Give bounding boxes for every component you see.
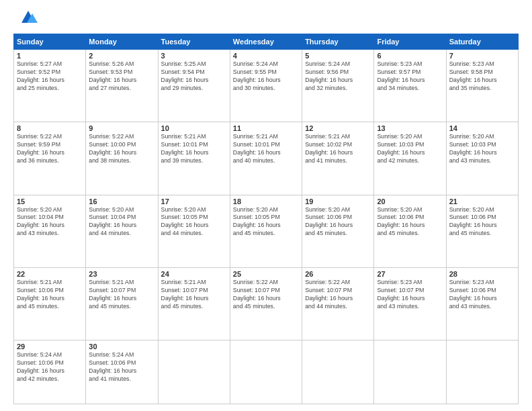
day-info: Sunrise: 5:22 AM Sunset: 10:07 PM Daylig…	[305, 279, 371, 311]
day-number: 30	[89, 342, 154, 351]
day-info: Sunrise: 5:20 AM Sunset: 10:06 PM Daylig…	[305, 206, 371, 238]
day-cell	[446, 340, 518, 404]
day-cell: 30Sunrise: 5:24 AM Sunset: 10:06 PM Dayl…	[86, 340, 158, 404]
page: SundayMondayTuesdayWednesdayThursdayFrid…	[0, 0, 532, 411]
day-cell: 16Sunrise: 5:20 AM Sunset: 10:04 PM Dayl…	[86, 195, 158, 267]
day-cell: 23Sunrise: 5:21 AM Sunset: 10:07 PM Dayl…	[86, 267, 158, 340]
day-cell: 12Sunrise: 5:21 AM Sunset: 10:02 PM Dayl…	[302, 122, 374, 195]
day-info: Sunrise: 5:21 AM Sunset: 10:02 PM Daylig…	[305, 133, 371, 165]
day-info: Sunrise: 5:23 AM Sunset: 9:58 PM Dayligh…	[449, 60, 515, 93]
day-number: 23	[89, 270, 154, 278]
weekday-monday: Monday	[86, 34, 158, 50]
day-number: 28	[449, 270, 515, 278]
day-number: 10	[161, 124, 227, 132]
day-info: Sunrise: 5:22 AM Sunset: 9:59 PM Dayligh…	[17, 133, 83, 165]
day-info: Sunrise: 5:22 AM Sunset: 10:00 PM Daylig…	[89, 133, 154, 165]
day-info: Sunrise: 5:22 AM Sunset: 10:07 PM Daylig…	[233, 279, 299, 311]
calendar: SundayMondayTuesdayWednesdayThursdayFrid…	[13, 34, 519, 404]
week-row-5: 29Sunrise: 5:24 AM Sunset: 10:06 PM Dayl…	[14, 340, 519, 404]
weekday-saturday: Saturday	[446, 34, 518, 50]
day-cell: 19Sunrise: 5:20 AM Sunset: 10:06 PM Dayl…	[302, 195, 374, 267]
day-cell: 4Sunrise: 5:24 AM Sunset: 9:55 PM Daylig…	[230, 50, 302, 122]
day-number: 29	[17, 342, 83, 351]
day-info: Sunrise: 5:20 AM Sunset: 10:04 PM Daylig…	[89, 206, 154, 238]
week-row-1: 1Sunrise: 5:27 AM Sunset: 9:52 PM Daylig…	[14, 50, 519, 122]
day-cell: 6Sunrise: 5:23 AM Sunset: 9:57 PM Daylig…	[374, 50, 446, 122]
day-cell: 2Sunrise: 5:26 AM Sunset: 9:53 PM Daylig…	[86, 50, 158, 122]
day-info: Sunrise: 5:21 AM Sunset: 10:07 PM Daylig…	[89, 279, 154, 311]
day-cell: 10Sunrise: 5:21 AM Sunset: 10:01 PM Dayl…	[158, 122, 230, 195]
day-number: 17	[161, 197, 227, 205]
day-number: 24	[161, 270, 227, 278]
day-info: Sunrise: 5:20 AM Sunset: 10:05 PM Daylig…	[233, 206, 299, 238]
day-info: Sunrise: 5:24 AM Sunset: 9:56 PM Dayligh…	[305, 60, 371, 93]
day-cell	[158, 340, 230, 404]
day-info: Sunrise: 5:20 AM Sunset: 10:03 PM Daylig…	[377, 133, 443, 165]
day-info: Sunrise: 5:23 AM Sunset: 10:07 PM Daylig…	[377, 279, 443, 311]
day-number: 7	[449, 52, 515, 60]
day-info: Sunrise: 5:24 AM Sunset: 9:55 PM Dayligh…	[233, 60, 299, 93]
day-info: Sunrise: 5:21 AM Sunset: 10:07 PM Daylig…	[161, 279, 227, 311]
day-number: 1	[17, 52, 83, 60]
day-number: 15	[17, 197, 83, 205]
week-row-4: 22Sunrise: 5:21 AM Sunset: 10:06 PM Dayl…	[14, 267, 519, 340]
weekday-wednesday: Wednesday	[230, 34, 302, 50]
day-cell: 14Sunrise: 5:20 AM Sunset: 10:03 PM Dayl…	[446, 122, 518, 195]
weekday-tuesday: Tuesday	[158, 34, 230, 50]
week-row-3: 15Sunrise: 5:20 AM Sunset: 10:04 PM Dayl…	[14, 195, 519, 267]
day-number: 6	[377, 52, 443, 60]
day-info: Sunrise: 5:26 AM Sunset: 9:53 PM Dayligh…	[89, 60, 154, 93]
weekday-friday: Friday	[374, 34, 446, 50]
day-info: Sunrise: 5:23 AM Sunset: 9:57 PM Dayligh…	[377, 60, 443, 93]
day-cell: 7Sunrise: 5:23 AM Sunset: 9:58 PM Daylig…	[446, 50, 518, 122]
day-info: Sunrise: 5:21 AM Sunset: 10:01 PM Daylig…	[233, 133, 299, 165]
day-number: 26	[305, 270, 371, 278]
day-cell: 21Sunrise: 5:20 AM Sunset: 10:06 PM Dayl…	[446, 195, 518, 267]
day-cell: 27Sunrise: 5:23 AM Sunset: 10:07 PM Dayl…	[374, 267, 446, 340]
logo	[13, 12, 39, 30]
day-number: 5	[305, 52, 371, 60]
day-info: Sunrise: 5:20 AM Sunset: 10:06 PM Daylig…	[449, 206, 515, 238]
day-number: 25	[233, 270, 299, 278]
day-number: 19	[305, 197, 371, 205]
day-cell	[230, 340, 302, 404]
weekday-sunday: Sunday	[14, 34, 86, 50]
day-cell	[302, 340, 374, 404]
day-info: Sunrise: 5:25 AM Sunset: 9:54 PM Dayligh…	[161, 60, 227, 93]
day-number: 8	[17, 124, 83, 132]
day-cell: 28Sunrise: 5:23 AM Sunset: 10:06 PM Dayl…	[446, 267, 518, 340]
day-number: 27	[377, 270, 443, 278]
day-cell: 1Sunrise: 5:27 AM Sunset: 9:52 PM Daylig…	[14, 50, 86, 122]
day-cell: 18Sunrise: 5:20 AM Sunset: 10:05 PM Dayl…	[230, 195, 302, 267]
day-cell: 26Sunrise: 5:22 AM Sunset: 10:07 PM Dayl…	[302, 267, 374, 340]
day-info: Sunrise: 5:20 AM Sunset: 10:04 PM Daylig…	[17, 206, 83, 238]
day-number: 16	[89, 197, 154, 205]
day-number: 20	[377, 197, 443, 205]
day-number: 22	[17, 270, 83, 278]
day-cell: 3Sunrise: 5:25 AM Sunset: 9:54 PM Daylig…	[158, 50, 230, 122]
day-info: Sunrise: 5:24 AM Sunset: 10:06 PM Daylig…	[89, 351, 154, 383]
day-cell: 11Sunrise: 5:21 AM Sunset: 10:01 PM Dayl…	[230, 122, 302, 195]
day-number: 3	[161, 52, 227, 60]
day-cell	[374, 340, 446, 404]
day-info: Sunrise: 5:27 AM Sunset: 9:52 PM Dayligh…	[17, 60, 83, 93]
day-number: 11	[233, 124, 299, 132]
day-cell: 5Sunrise: 5:24 AM Sunset: 9:56 PM Daylig…	[302, 50, 374, 122]
day-cell: 22Sunrise: 5:21 AM Sunset: 10:06 PM Dayl…	[14, 267, 86, 340]
day-number: 18	[233, 197, 299, 205]
day-info: Sunrise: 5:23 AM Sunset: 10:06 PM Daylig…	[449, 279, 515, 311]
day-number: 12	[305, 124, 371, 132]
day-cell: 29Sunrise: 5:24 AM Sunset: 10:06 PM Dayl…	[14, 340, 86, 404]
day-cell: 24Sunrise: 5:21 AM Sunset: 10:07 PM Dayl…	[158, 267, 230, 340]
day-info: Sunrise: 5:20 AM Sunset: 10:05 PM Daylig…	[161, 206, 227, 238]
day-cell: 8Sunrise: 5:22 AM Sunset: 9:59 PM Daylig…	[14, 122, 86, 195]
weekday-thursday: Thursday	[302, 34, 374, 50]
day-cell: 15Sunrise: 5:20 AM Sunset: 10:04 PM Dayl…	[14, 195, 86, 267]
day-number: 4	[233, 52, 299, 60]
day-cell: 13Sunrise: 5:20 AM Sunset: 10:03 PM Dayl…	[374, 122, 446, 195]
day-info: Sunrise: 5:24 AM Sunset: 10:06 PM Daylig…	[17, 351, 83, 383]
day-cell: 17Sunrise: 5:20 AM Sunset: 10:05 PM Dayl…	[158, 195, 230, 267]
day-cell: 20Sunrise: 5:20 AM Sunset: 10:06 PM Dayl…	[374, 195, 446, 267]
weekday-header-row: SundayMondayTuesdayWednesdayThursdayFrid…	[14, 34, 519, 50]
logo-icon	[15, 9, 39, 30]
